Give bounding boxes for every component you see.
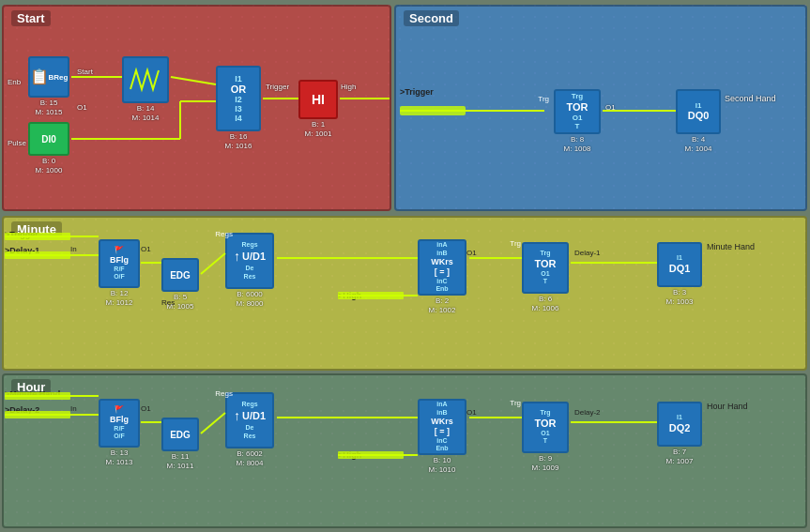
bflg-hour-block[interactable]: 🚩 BFlg R/F O/F B: 13 M: 1013 [99, 399, 140, 466]
o1-wkrs-m: O1 [466, 249, 477, 257]
tor-second-block[interactable]: Trg TOR O1 T B: 8 M: 1008 [554, 89, 601, 153]
bflg-hour-b: B: 13 [111, 448, 129, 457]
hi-block[interactable]: HI B: 1 M: 1001 [298, 80, 338, 138]
dq1-minute-b: B: 3 [673, 288, 686, 296]
wkrs-hour-m: M: 1010 [429, 465, 456, 474]
or-box: I1 OR I2 I3 I4 [216, 66, 261, 131]
high-label-start: High [341, 83, 356, 91]
spg-block[interactable]: B: 14 M: 1014 [122, 56, 169, 122]
o1-tor2: O1 [605, 103, 616, 112]
tor-second-box: Trg TOR O1 T [554, 89, 601, 134]
bflg-minute-b: B: 12 [111, 289, 129, 297]
wkrs-hour-box: inA inB WKrs [ = ] inC Enb [418, 399, 466, 455]
dq2-hour-block[interactable]: I1 DQ2 B: 7 M: 1007 [657, 402, 702, 465]
in-bflg-h: In [70, 404, 77, 413]
ud1-minute-b: B: 6000 [237, 290, 263, 298]
dq0-second-m: M: 1004 [685, 144, 712, 153]
edg-hour-b: B: 11 [172, 452, 190, 461]
dq1-minute-block[interactable]: I1 DQ1 B: 3 M: 1003 [657, 242, 702, 306]
wkrs-minute-block[interactable]: inA inB WKrs [ = ] inC Enb B: 2 M: 1002 [418, 239, 466, 314]
main-canvas: Start Second Minute Hour 📋 BReg B: 15 M:… [0, 0, 810, 532]
or-m-label: M: 1016 [225, 142, 252, 150]
tor-minute-block[interactable]: Trg TOR O1 T B: 6 M: 1006 [522, 242, 569, 312]
delay2-hour-label: >Delay-2 [5, 405, 39, 415]
bflg-hour-m: M: 1013 [106, 458, 133, 466]
enb-label: Enb [8, 78, 21, 86]
ud1-minute-m: M: 8000 [237, 299, 264, 308]
hi-box: HI [298, 80, 338, 119]
start-panel-label: Start [11, 10, 51, 26]
delay1-out-m: Delay-1 [574, 249, 601, 257]
in-bflg-m: In [70, 245, 77, 253]
ud1-hour-block[interactable]: Regs ↑U/D1 De Res B: 6002 M: 8004 [225, 392, 274, 467]
ud1-minute-box: Regs ↑U/D1 De Res [225, 233, 274, 289]
ud1-minute-block[interactable]: Regs ↑U/D1 De Res B: 6000 M: 8000 [225, 233, 274, 308]
dq1-minute-m: M: 1003 [666, 297, 694, 306]
tor-minute-box: Trg TOR O1 T [522, 242, 569, 294]
breg-m-label: M: 1015 [36, 108, 63, 116]
dio-m-label: M: 1000 [36, 166, 63, 175]
or-b-label: B: 16 [230, 132, 248, 141]
dio-b-label: B: 0 [42, 157, 55, 165]
trigger-minute-label: >Trigger [5, 230, 38, 239]
wkrs-minute-box: inA inB WKrs [ = ] inC Enb [418, 239, 466, 296]
second-panel-label: Second [404, 10, 459, 26]
breg-b-label: B: 15 [40, 99, 58, 107]
breg-block[interactable]: 📋 BReg B: 15 M: 1015 [28, 56, 69, 116]
tor-hour-box: Trg TOR O1 T [522, 402, 569, 453]
o1-bflg-h: O1 [141, 404, 151, 413]
wkrs-minute-m: M: 1002 [429, 306, 456, 314]
edg-hour-block[interactable]: EDG B: 11 M: 1011 [161, 418, 199, 470]
edg-minute-box: EDG [161, 258, 199, 292]
edg-hour-m: M: 1011 [167, 462, 194, 470]
dq2-hour-box: I1 DQ2 [657, 402, 702, 447]
tor-second-b: B: 8 [571, 135, 584, 144]
second-hand-label: Second Hand [725, 94, 776, 103]
panel-second: Second [394, 5, 807, 211]
tor-hour-b: B: 9 [539, 454, 552, 463]
dio-box: DI0 [28, 122, 69, 156]
hi-b-label: B: 1 [312, 120, 325, 129]
dq0-second-block[interactable]: I1 DQ0 B: 4 M: 1004 [676, 89, 721, 153]
dq2-hour-b: B: 7 [673, 448, 686, 456]
pulse-label: Pulse [8, 139, 26, 147]
bflg-minute-block[interactable]: 🚩 BFlg R/F O/F B: 12 M: 1012 [99, 239, 140, 307]
spg-box [122, 56, 169, 103]
trigger-or-label: Trigger [266, 83, 289, 91]
dq0-second-b: B: 4 [692, 135, 705, 144]
edg-minute-b: B: 5 [174, 293, 187, 301]
trigger-second-label: >Trigger [400, 87, 434, 97]
tor-hour-m: M: 1009 [532, 464, 559, 472]
dq1-minute-box: I1 DQ1 [657, 242, 702, 287]
ud1-hour-box: Regs ↑U/D1 De Res [225, 392, 274, 448]
wkrs-minute-b: B: 2 [436, 296, 449, 305]
delay1-minute-label: >Delay-1 [5, 246, 39, 255]
or-block[interactable]: I1 OR I2 I3 I4 B: 16 M: 1016 [216, 66, 261, 150]
o1-spg-label: O1 [77, 103, 87, 112]
res-edg-m: Res [161, 298, 175, 307]
minute-hand-in-label: >Minute Hand [5, 389, 60, 399]
hour-hand-out-label: Hour Hand [707, 402, 748, 411]
start-label: Start [77, 68, 93, 76]
o1-bflg-m: O1 [141, 245, 151, 253]
bflg-minute-box: 🚩 BFlg R/F O/F [99, 239, 140, 288]
tor-second-m: M: 1008 [564, 144, 591, 153]
tor-minute-b: B: 6 [539, 295, 552, 303]
dq2-hour-m: M: 1007 [666, 457, 694, 465]
minute-hand-out-label: Minute Hand [707, 242, 755, 251]
bflg-minute-m: M: 1012 [106, 298, 133, 307]
high-hour-label: >High [338, 450, 361, 460]
hi-m-label: M: 1001 [305, 129, 332, 138]
tor-hour-block[interactable]: Trg TOR O1 T B: 9 M: 1009 [522, 402, 569, 472]
o1-wkrs-h: O1 [466, 408, 477, 417]
dio-block[interactable]: DI0 B: 0 M: 1000 [28, 122, 69, 175]
wkrs-hour-block[interactable]: inA inB WKrs [ = ] inC Enb B: 10 M: 1010 [418, 399, 466, 474]
ud1-hour-m: M: 8004 [237, 459, 264, 467]
tor-minute-m: M: 1006 [532, 304, 559, 312]
dq0-second-box: I1 DQ0 [676, 89, 721, 134]
delay2-out-h: Delay-2 [574, 408, 601, 417]
breg-box: 📋 BReg [28, 56, 69, 98]
ud1-hour-b: B: 6002 [237, 449, 263, 458]
high-minute-label: >High [338, 291, 361, 300]
bflg-hour-box: 🚩 BFlg R/F O/F [99, 399, 140, 448]
